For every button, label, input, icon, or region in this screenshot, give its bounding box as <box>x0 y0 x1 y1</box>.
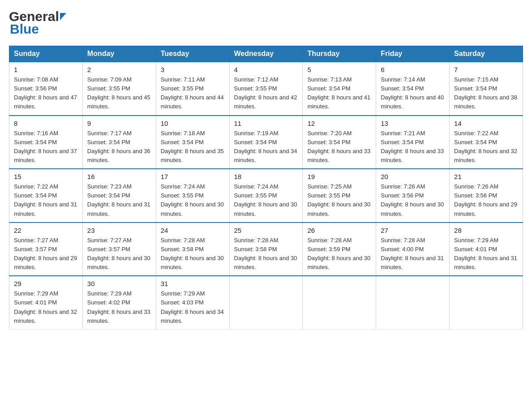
calendar-cell: 20 Sunrise: 7:26 AMSunset: 3:56 PMDaylig… <box>376 169 450 223</box>
day-info: Sunrise: 7:17 AMSunset: 3:54 PMDaylight:… <box>87 129 151 165</box>
day-info: Sunrise: 7:20 AMSunset: 3:54 PMDaylight:… <box>307 129 371 165</box>
calendar-cell: 26 Sunrise: 7:28 AMSunset: 3:59 PMDaylig… <box>303 223 376 276</box>
day-number: 3 <box>161 66 225 73</box>
day-info: Sunrise: 7:29 AMSunset: 4:03 PMDaylight:… <box>161 289 225 325</box>
day-info: Sunrise: 7:23 AMSunset: 3:54 PMDaylight:… <box>87 182 151 218</box>
calendar-cell: 25 Sunrise: 7:28 AMSunset: 3:58 PMDaylig… <box>229 223 303 276</box>
day-number: 26 <box>307 227 371 234</box>
logo-arrow-icon <box>60 13 66 20</box>
day-info: Sunrise: 7:29 AMSunset: 4:01 PMDaylight:… <box>14 289 78 325</box>
calendar-week-2: 8 Sunrise: 7:16 AMSunset: 3:54 PMDayligh… <box>9 116 523 169</box>
day-info: Sunrise: 7:21 AMSunset: 3:54 PMDaylight:… <box>381 129 445 165</box>
calendar-cell: 21 Sunrise: 7:26 AMSunset: 3:56 PMDaylig… <box>450 169 523 223</box>
day-info: Sunrise: 7:16 AMSunset: 3:54 PMDaylight:… <box>14 129 78 165</box>
day-number: 20 <box>381 173 445 180</box>
day-info: Sunrise: 7:28 AMSunset: 4:00 PMDaylight:… <box>381 236 445 272</box>
day-info: Sunrise: 7:09 AMSunset: 3:55 PMDaylight:… <box>87 75 151 111</box>
day-info: Sunrise: 7:12 AMSunset: 3:55 PMDaylight:… <box>234 75 298 111</box>
calendar-cell: 5 Sunrise: 7:13 AMSunset: 3:54 PMDayligh… <box>303 62 376 116</box>
calendar-cell: 22 Sunrise: 7:27 AMSunset: 3:57 PMDaylig… <box>9 223 83 276</box>
calendar-cell: 4 Sunrise: 7:12 AMSunset: 3:55 PMDayligh… <box>229 62 303 116</box>
logo: General Blue <box>9 9 66 37</box>
day-info: Sunrise: 7:26 AMSunset: 3:56 PMDaylight:… <box>381 182 445 218</box>
day-number: 16 <box>87 173 151 180</box>
day-info: Sunrise: 7:08 AMSunset: 3:56 PMDaylight:… <box>14 75 78 111</box>
col-saturday: Saturday <box>450 46 523 62</box>
day-info: Sunrise: 7:13 AMSunset: 3:54 PMDaylight:… <box>307 75 371 111</box>
day-number: 11 <box>234 120 298 127</box>
day-number: 18 <box>234 173 298 180</box>
day-number: 27 <box>381 227 445 234</box>
day-number: 24 <box>161 227 225 234</box>
calendar-cell: 13 Sunrise: 7:21 AMSunset: 3:54 PMDaylig… <box>376 116 450 169</box>
day-number: 28 <box>454 227 518 234</box>
day-info: Sunrise: 7:15 AMSunset: 3:54 PMDaylight:… <box>454 75 518 111</box>
col-friday: Friday <box>376 46 450 62</box>
day-number: 6 <box>381 66 445 73</box>
day-info: Sunrise: 7:22 AMSunset: 3:54 PMDaylight:… <box>14 182 78 218</box>
day-number: 5 <box>307 66 371 73</box>
day-number: 25 <box>234 227 298 234</box>
day-info: Sunrise: 7:28 AMSunset: 3:59 PMDaylight:… <box>307 236 371 272</box>
day-number: 10 <box>161 120 225 127</box>
calendar-cell: 1 Sunrise: 7:08 AMSunset: 3:56 PMDayligh… <box>9 62 83 116</box>
calendar-cell: 16 Sunrise: 7:23 AMSunset: 3:54 PMDaylig… <box>82 169 156 223</box>
day-number: 2 <box>87 66 151 73</box>
day-info: Sunrise: 7:28 AMSunset: 3:58 PMDaylight:… <box>161 236 225 272</box>
day-number: 9 <box>87 120 151 127</box>
calendar-cell: 14 Sunrise: 7:22 AMSunset: 3:54 PMDaylig… <box>450 116 523 169</box>
day-info: Sunrise: 7:28 AMSunset: 3:58 PMDaylight:… <box>234 236 298 272</box>
calendar-cell: 29 Sunrise: 7:29 AMSunset: 4:01 PMDaylig… <box>9 276 83 329</box>
calendar-cell <box>450 276 523 329</box>
day-number: 31 <box>161 280 225 287</box>
day-info: Sunrise: 7:27 AMSunset: 3:57 PMDaylight:… <box>87 236 151 272</box>
calendar-cell: 11 Sunrise: 7:19 AMSunset: 3:54 PMDaylig… <box>229 116 303 169</box>
day-number: 14 <box>454 120 518 127</box>
calendar-cell: 18 Sunrise: 7:24 AMSunset: 3:55 PMDaylig… <box>229 169 303 223</box>
calendar-cell: 6 Sunrise: 7:14 AMSunset: 3:54 PMDayligh… <box>376 62 450 116</box>
day-info: Sunrise: 7:14 AMSunset: 3:54 PMDaylight:… <box>381 75 445 111</box>
day-info: Sunrise: 7:29 AMSunset: 4:01 PMDaylight:… <box>454 236 518 272</box>
calendar-cell: 10 Sunrise: 7:18 AMSunset: 3:54 PMDaylig… <box>156 116 229 169</box>
day-info: Sunrise: 7:24 AMSunset: 3:55 PMDaylight:… <box>161 182 225 218</box>
calendar-cell: 19 Sunrise: 7:25 AMSunset: 3:55 PMDaylig… <box>303 169 376 223</box>
day-number: 4 <box>234 66 298 73</box>
day-number: 30 <box>87 280 151 287</box>
day-number: 8 <box>14 120 78 127</box>
calendar-table: Sunday Monday Tuesday Wednesday Thursday… <box>9 46 523 330</box>
calendar-week-4: 22 Sunrise: 7:27 AMSunset: 3:57 PMDaylig… <box>9 223 523 276</box>
day-info: Sunrise: 7:11 AMSunset: 3:55 PMDaylight:… <box>161 75 225 111</box>
calendar-cell: 24 Sunrise: 7:28 AMSunset: 3:58 PMDaylig… <box>156 223 229 276</box>
calendar-cell: 17 Sunrise: 7:24 AMSunset: 3:55 PMDaylig… <box>156 169 229 223</box>
calendar-cell: 7 Sunrise: 7:15 AMSunset: 3:54 PMDayligh… <box>450 62 523 116</box>
header-row: Sunday Monday Tuesday Wednesday Thursday… <box>9 46 523 62</box>
calendar-cell: 23 Sunrise: 7:27 AMSunset: 3:57 PMDaylig… <box>82 223 156 276</box>
day-number: 7 <box>454 66 518 73</box>
calendar-cell <box>229 276 303 329</box>
calendar-cell: 2 Sunrise: 7:09 AMSunset: 3:55 PMDayligh… <box>82 62 156 116</box>
col-thursday: Thursday <box>303 46 376 62</box>
day-number: 29 <box>14 280 78 287</box>
col-tuesday: Tuesday <box>156 46 229 62</box>
calendar-cell: 15 Sunrise: 7:22 AMSunset: 3:54 PMDaylig… <box>9 169 83 223</box>
calendar-cell: 3 Sunrise: 7:11 AMSunset: 3:55 PMDayligh… <box>156 62 229 116</box>
day-number: 12 <box>307 120 371 127</box>
day-info: Sunrise: 7:18 AMSunset: 3:54 PMDaylight:… <box>161 129 225 165</box>
calendar-cell: 28 Sunrise: 7:29 AMSunset: 4:01 PMDaylig… <box>450 223 523 276</box>
calendar-week-3: 15 Sunrise: 7:22 AMSunset: 3:54 PMDaylig… <box>9 169 523 223</box>
day-info: Sunrise: 7:22 AMSunset: 3:54 PMDaylight:… <box>454 129 518 165</box>
calendar-cell <box>376 276 450 329</box>
day-info: Sunrise: 7:25 AMSunset: 3:55 PMDaylight:… <box>307 182 371 218</box>
calendar-cell: 27 Sunrise: 7:28 AMSunset: 4:00 PMDaylig… <box>376 223 450 276</box>
col-wednesday: Wednesday <box>229 46 303 62</box>
day-number: 13 <box>381 120 445 127</box>
logo-blue-text: Blue <box>10 21 66 37</box>
calendar-cell: 12 Sunrise: 7:20 AMSunset: 3:54 PMDaylig… <box>303 116 376 169</box>
day-number: 22 <box>14 227 78 234</box>
day-number: 15 <box>14 173 78 180</box>
calendar-cell: 9 Sunrise: 7:17 AMSunset: 3:54 PMDayligh… <box>82 116 156 169</box>
day-number: 17 <box>161 173 225 180</box>
calendar-week-5: 29 Sunrise: 7:29 AMSunset: 4:01 PMDaylig… <box>9 276 523 329</box>
calendar-cell: 31 Sunrise: 7:29 AMSunset: 4:03 PMDaylig… <box>156 276 229 329</box>
day-info: Sunrise: 7:24 AMSunset: 3:55 PMDaylight:… <box>234 182 298 218</box>
